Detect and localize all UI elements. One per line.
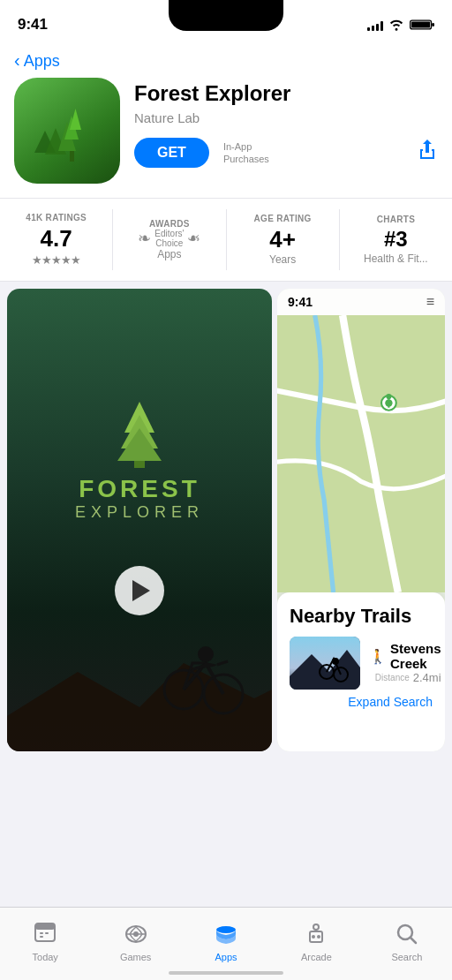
svg-point-36 (313, 924, 319, 930)
search-tab-label: Search (391, 952, 422, 962)
screenshot-1: FOREST EXPLORER (7, 289, 272, 751)
arcade-tab-label: Arcade (301, 952, 332, 962)
svg-point-34 (216, 926, 236, 933)
battery-icon (410, 19, 434, 31)
nearby-trails-title: Nearby Trails (290, 605, 433, 628)
tab-arcade[interactable]: Arcade (271, 908, 361, 966)
trail-walk-icon: 🚶 (369, 648, 387, 665)
editors-choice-badge: ❧ Editors' Choice ❧ (138, 229, 200, 248)
stat-age-rating: AGE RATING 4+ Years (227, 209, 340, 270)
svg-rect-17 (277, 315, 445, 592)
games-tab-label: Games (120, 952, 151, 962)
stat-awards: AWARDS ❧ Editors' Choice ❧ Apps (113, 209, 226, 270)
screenshots-area: FOREST EXPLORER (0, 282, 452, 758)
get-button[interactable]: GET (134, 138, 209, 168)
trail-photo (290, 637, 360, 690)
map-view (277, 315, 445, 592)
tree-logo-icon (109, 397, 170, 468)
app-icon-container (14, 78, 120, 184)
share-button[interactable] (417, 138, 438, 168)
forest-title-text: FOREST (79, 475, 200, 503)
svg-point-38 (312, 935, 315, 939)
games-tab-icon (124, 923, 147, 946)
svg-point-16 (198, 646, 214, 662)
app-name: Forest Explorer (134, 81, 438, 107)
trail-distance: 2.4mi (413, 671, 441, 684)
home-indicator (169, 971, 283, 975)
forest-logo: FOREST EXPLORER (75, 397, 204, 522)
today-icon (34, 920, 56, 949)
charts-label: CHARTS (377, 215, 415, 224)
biker-silhouette-icon (7, 592, 272, 751)
trail-photo-image (290, 637, 360, 690)
app-info: Forest Explorer Nature Lab GET In-App Pu… (134, 78, 438, 168)
awards-sub: Apps (157, 248, 181, 260)
ratings-value: 4.7 (41, 226, 72, 252)
explorer-subtitle-text: EXPLORER (75, 503, 204, 522)
charts-sub: Health & Fit... (364, 253, 428, 265)
ec-line1: Editors' (154, 229, 184, 238)
today-tab-icon (34, 920, 56, 943)
search-tab-icon (396, 923, 418, 946)
laurel-right-icon: ❧ (187, 229, 200, 248)
stat-ratings: 41K RATINGS 4.7 ★★★★★ (0, 209, 113, 270)
share-icon (417, 138, 438, 162)
apps-icon (215, 923, 237, 949)
arcade-tab-icon (305, 923, 328, 946)
svg-point-20 (386, 394, 391, 399)
svg-point-39 (317, 935, 320, 939)
ec-line2: Choice (154, 238, 184, 248)
games-icon (124, 923, 147, 949)
svg-rect-12 (134, 461, 145, 468)
trail-item: 🚶 Stevens Creek Distance 2.4mi (290, 637, 433, 690)
trail-name: Stevens Creek (390, 641, 441, 671)
back-navigation: ‹ Apps (0, 44, 452, 78)
arcade-icon (305, 923, 328, 949)
tab-search[interactable]: Search (362, 908, 452, 966)
tab-today[interactable]: Today (0, 908, 90, 966)
signal-icon (367, 19, 383, 31)
svg-rect-31 (40, 936, 43, 938)
tab-games[interactable]: Games (90, 908, 180, 966)
main-content: ‹ Apps Forest Explorer Nature La (0, 44, 452, 758)
tab-bar: Today Games Apps (0, 907, 452, 980)
svg-rect-2 (432, 23, 434, 26)
expand-search[interactable]: Expand Search (290, 695, 433, 709)
wifi-icon (388, 19, 404, 31)
svg-rect-29 (40, 932, 43, 934)
apps-tab-label: Apps (215, 952, 237, 962)
nearby-trails-card: Nearby Trails (277, 592, 445, 751)
search-icon (396, 923, 418, 949)
stars-icon: ★★★★★ (32, 253, 80, 267)
iap-line2: Purchases (223, 153, 269, 165)
stat-charts: CHARTS #3 Health & Fit... (340, 209, 452, 270)
svg-rect-1 (411, 22, 430, 28)
laurel-left-icon: ❧ (138, 229, 151, 248)
svg-rect-8 (70, 151, 74, 162)
map-status-bar: 9:41 ≡ (277, 289, 445, 315)
status-time: 9:41 (18, 16, 48, 34)
charts-value: #3 (384, 228, 408, 251)
map-time: 9:41 (288, 295, 313, 309)
trail-info: 🚶 Stevens Creek Distance 2.4mi (369, 641, 441, 684)
app-developer: Nature Lab (134, 110, 438, 125)
back-label: Apps (24, 52, 60, 71)
awards-label: AWARDS (149, 219, 190, 229)
status-icons (367, 19, 434, 31)
today-tab-label: Today (33, 952, 58, 962)
age-rating-value: 4+ (269, 227, 296, 253)
stats-bar: 41K RATINGS 4.7 ★★★★★ AWARDS ❧ Editors' … (0, 199, 452, 281)
distance-label: Distance (375, 673, 410, 682)
ec-text: Editors' Choice (154, 229, 184, 248)
iap-line1: In-App (223, 140, 269, 153)
map-menu-icon: ≡ (426, 294, 434, 310)
back-button[interactable]: ‹ Apps (14, 51, 60, 71)
age-rating-label: AGE RATING (254, 214, 312, 223)
app-icon (14, 78, 120, 184)
iap-info: In-App Purchases (223, 140, 269, 166)
forest-icon (27, 91, 107, 170)
svg-line-41 (411, 938, 416, 943)
tab-apps[interactable]: Apps (181, 908, 271, 966)
svg-rect-30 (45, 932, 49, 934)
back-chevron-icon: ‹ (14, 50, 20, 71)
